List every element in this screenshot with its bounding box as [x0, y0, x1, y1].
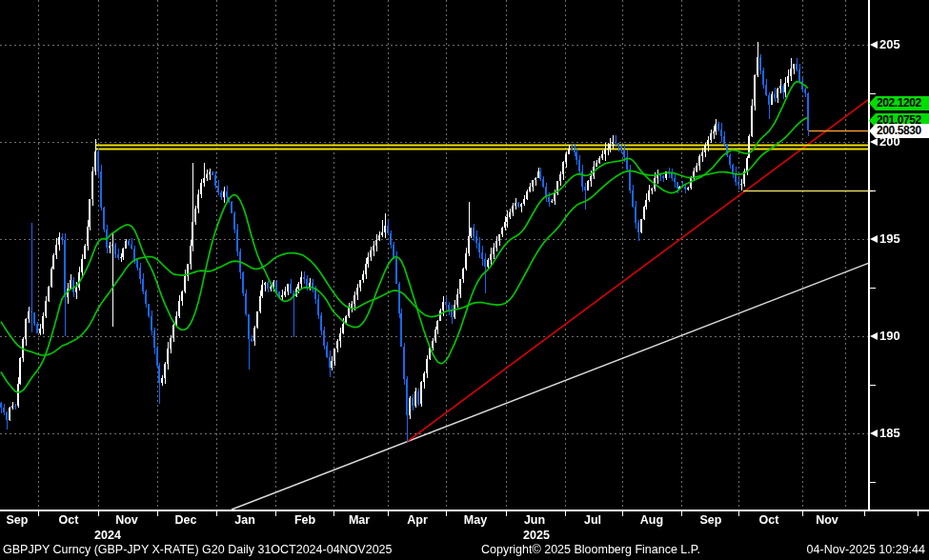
x-axis-month-label: Dec: [175, 513, 197, 527]
y-axis-tick-label: 205: [879, 37, 900, 51]
x-axis-month-label: Nov: [115, 513, 138, 527]
x-axis-month-label: Jan: [234, 513, 255, 527]
x-axis-month-label: Sep: [7, 513, 29, 527]
chart-description: GBPJPY Curncy (GBP-JPY X-RATE) G20 Daily…: [3, 543, 393, 556]
bloomberg-chart-window: 205200195190185 SepOctNovDecJanFebMarApr…: [0, 0, 929, 560]
y-axis-tick-label: 190: [879, 329, 900, 343]
ma-fast-value-tag[interactable]: 202.1202: [869, 96, 929, 110]
timestamp: 04-Nov-2025 10:29:44: [807, 543, 925, 556]
x-axis-month-label: Apr: [407, 513, 428, 527]
x-axis-month-label: Jul: [584, 513, 601, 527]
x-axis-month-label: May: [464, 513, 487, 527]
price-chart-canvas[interactable]: [0, 0, 929, 560]
x-axis-month-label: Oct: [59, 513, 79, 527]
x-axis-month-label: Jun: [524, 513, 545, 527]
x-axis-month-label: Oct: [759, 513, 779, 527]
x-axis-month-label: Feb: [294, 513, 315, 527]
x-axis-month-label: Mar: [349, 513, 370, 527]
copyright-notice: Copyright© 2025 Bloomberg Finance L.P.: [481, 543, 700, 556]
y-axis-tick-label: 185: [879, 426, 900, 440]
y-axis-tick-label: 195: [879, 231, 900, 246]
last-price-tag[interactable]: 200.5830: [869, 124, 929, 138]
x-axis-month-label: Nov: [816, 513, 838, 527]
x-axis-year-label: 2024: [94, 529, 121, 542]
x-axis-month-label: Aug: [640, 513, 663, 527]
x-axis-month-label: Sep: [700, 513, 722, 527]
x-axis-year-label: 2025: [523, 529, 550, 542]
